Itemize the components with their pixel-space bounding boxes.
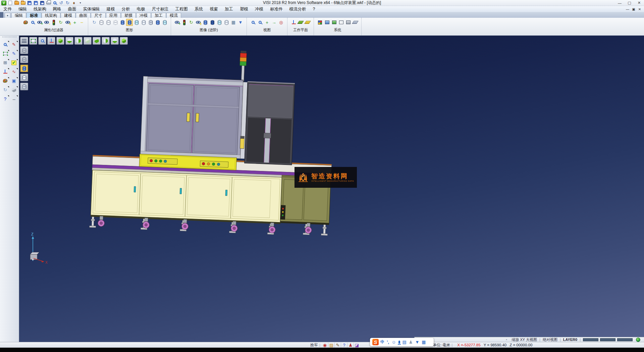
toolbar-tab[interactable]: 冲模 xyxy=(136,13,151,18)
cylinder-wire2-icon[interactable] xyxy=(20,55,28,63)
toolbar-tab[interactable]: 尺寸 xyxy=(91,13,106,18)
refresh-blue-icon[interactable]: ↻ xyxy=(1,86,9,94)
cylinder-hatch-icon[interactable] xyxy=(20,83,28,90)
plane-slant-icon[interactable] xyxy=(352,19,359,26)
workplane-box-icon[interactable]: ◪ xyxy=(354,343,360,348)
grid-icon[interactable]: ▦ xyxy=(230,19,237,26)
save-copy-icon[interactable] xyxy=(33,0,39,6)
menu-item[interactable]: 编辑 xyxy=(15,6,30,12)
cylinder-copy-icon[interactable] xyxy=(154,19,161,26)
menu-item[interactable]: 线架构 xyxy=(30,6,50,12)
menu-item[interactable]: 视窗 xyxy=(206,6,221,12)
refresh-green-icon[interactable]: ↻ xyxy=(188,19,195,26)
edit-curve-icon[interactable]: ✎ xyxy=(10,50,18,57)
cube-wire-icon[interactable] xyxy=(84,37,92,45)
refresh-green-icon[interactable]: ↻ xyxy=(57,19,64,26)
cylinder-wire2-icon[interactable] xyxy=(105,19,112,26)
color-swatch[interactable] xyxy=(617,338,633,341)
cylinder-pale-icon[interactable] xyxy=(20,74,28,81)
move-axes-icon[interactable] xyxy=(1,68,9,76)
zoom-dynamic-icon[interactable] xyxy=(250,19,256,26)
taskbar-strip[interactable] xyxy=(0,348,644,352)
fit-view-icon[interactable] xyxy=(29,37,37,45)
cylinder-blue-icon[interactable] xyxy=(20,64,28,72)
redo-icon[interactable]: ↻ xyxy=(65,0,70,6)
eye-plusminus-icon[interactable] xyxy=(195,19,202,26)
cylinder-wire-icon[interactable] xyxy=(98,19,105,26)
sogou-logo-icon[interactable]: S xyxy=(372,339,379,345)
color-grid-icon[interactable] xyxy=(317,19,323,26)
menu-item[interactable]: 实体编辑 xyxy=(80,6,103,12)
traffic-light-icon[interactable] xyxy=(181,19,187,26)
axis-triad-icon[interactable] xyxy=(47,37,55,45)
lock-toggle[interactable]: 拴牢 xyxy=(310,343,318,348)
doc-magnifier-icon[interactable] xyxy=(29,19,36,26)
save-icon[interactable] xyxy=(26,0,32,6)
undo-icon[interactable]: ↺ xyxy=(58,0,64,6)
tool-icon[interactable]: ✎ xyxy=(334,343,341,348)
mdi-minimize-icon[interactable]: — xyxy=(625,7,631,12)
view-mode-label[interactable]: 绝对视图 xyxy=(543,337,557,342)
ime-person-icon[interactable]: ♟ xyxy=(409,340,413,344)
status-help-icon[interactable]: ? xyxy=(341,343,347,348)
toolbar-tab[interactable]: 线架构 xyxy=(42,13,60,18)
arrow-green-icon[interactable]: → xyxy=(271,19,277,26)
eye-remove-icon[interactable] xyxy=(43,19,50,26)
box-yellow-icon[interactable]: ▨ xyxy=(328,343,334,348)
cylinder-hatch-icon[interactable] xyxy=(147,19,154,26)
minus-icon[interactable]: − xyxy=(78,19,85,26)
cube-iso-icon[interactable] xyxy=(120,37,128,45)
zoom-view-icon[interactable] xyxy=(38,37,46,45)
cylinder-wire-icon[interactable] xyxy=(20,46,28,54)
screen-green-icon[interactable] xyxy=(331,19,337,26)
visi-logo[interactable]: V xyxy=(1,0,7,6)
cube-solid-icon[interactable] xyxy=(56,37,64,45)
menu-item[interactable]: 尺寸标注 xyxy=(149,6,172,12)
spline-icon[interactable]: ∿ xyxy=(10,68,18,76)
cylinder-cyan-icon[interactable] xyxy=(133,19,140,26)
select-rect-icon[interactable] xyxy=(1,50,9,57)
menu-item[interactable]: 分析 xyxy=(118,6,133,12)
ime-grid-icon[interactable]: ▦ xyxy=(422,340,426,344)
traffic-light-icon[interactable] xyxy=(50,19,57,26)
viewport-3d[interactable]: 智造资料网 INTELLIGENT MANUFACTURING DATA Z X xyxy=(19,36,644,342)
menu-item[interactable]: 标准件 xyxy=(267,6,286,12)
cylinder-pale-icon[interactable] xyxy=(140,19,147,26)
menu-item[interactable]: 模流分析 xyxy=(286,6,310,12)
active-layer-label[interactable]: LAYER0 xyxy=(563,338,577,342)
cube-bottom-icon[interactable] xyxy=(65,37,73,45)
window-layout-icon[interactable]: ▣ xyxy=(10,77,18,85)
screen-gray-icon[interactable] xyxy=(345,19,352,26)
person-red-icon[interactable]: ♟ xyxy=(347,343,354,348)
eye-plusminus-icon[interactable] xyxy=(64,19,71,26)
panel-grip[interactable] xyxy=(0,12,3,18)
ime-emoji-icon[interactable]: ☺ xyxy=(391,340,396,344)
menu-item[interactable]: 曲面 xyxy=(65,6,80,12)
plus-icon[interactable]: + xyxy=(71,19,78,26)
color-swatch[interactable] xyxy=(600,338,615,341)
menu-item[interactable]: 冲模 xyxy=(252,6,267,12)
cube-side-icon[interactable] xyxy=(102,37,110,45)
toolbar-tab[interactable]: 加工 xyxy=(151,13,166,18)
view-target-icon[interactable]: ◎ xyxy=(278,19,284,26)
cylinder-pale-icon[interactable] xyxy=(223,19,230,26)
menu-item[interactable]: 系统 xyxy=(191,6,206,12)
toolbar-tab[interactable]: 标准 xyxy=(26,12,41,18)
eye-add-icon[interactable] xyxy=(36,19,43,26)
cylinder-blue-icon[interactable] xyxy=(119,19,126,26)
cube-arrow-icon[interactable]: ▼ xyxy=(237,19,244,26)
zoom-select-icon[interactable] xyxy=(1,41,9,48)
zoom-window-icon[interactable] xyxy=(257,19,263,26)
menu-item[interactable]: 建模 xyxy=(103,6,118,12)
confirm-icon[interactable]: ✔ xyxy=(10,59,18,67)
preview-icon[interactable] xyxy=(52,0,58,6)
save-all-icon[interactable] xyxy=(39,0,45,6)
ime-keyboard-icon[interactable]: ▤ xyxy=(402,340,407,344)
cylinder-blue-active-icon[interactable] xyxy=(126,19,133,26)
erase-icon[interactable]: ✎ xyxy=(10,41,18,48)
color-swatch[interactable] xyxy=(583,338,598,341)
globe-icon[interactable] xyxy=(635,337,641,342)
menu-item[interactable]: 加工 xyxy=(221,6,236,12)
toolbar-tab[interactable]: 建模 xyxy=(61,13,75,18)
cube-half-icon[interactable] xyxy=(74,37,83,45)
